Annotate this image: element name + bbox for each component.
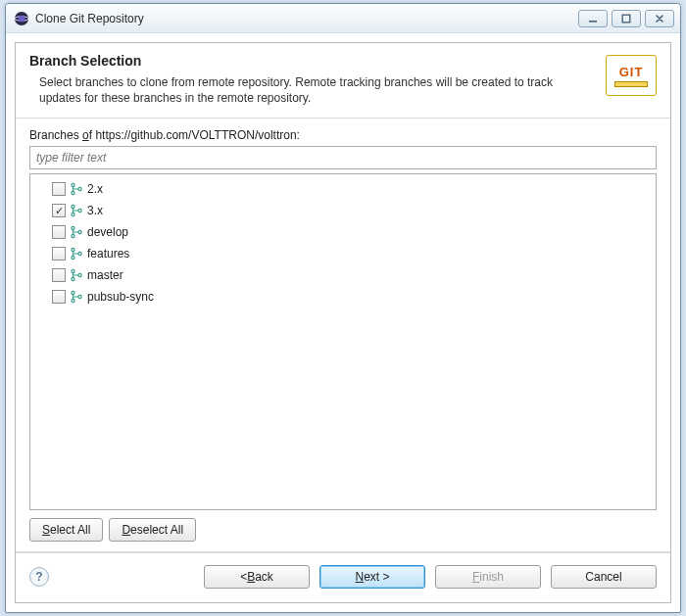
page-description: Select branches to clone from remote rep…: [29, 74, 598, 106]
dialog-content: Branch Selection Select branches to clon…: [7, 34, 679, 611]
branch-icon: [70, 225, 83, 239]
branch-label: master: [87, 268, 123, 282]
svg-point-6: [72, 192, 74, 195]
branch-checkbox[interactable]: [52, 182, 66, 196]
svg-point-13: [78, 231, 81, 234]
svg-point-17: [72, 270, 74, 273]
git-icon-bar: [614, 81, 648, 87]
help-icon[interactable]: ?: [29, 567, 49, 587]
branch-label: 2.x: [87, 182, 103, 196]
git-icon: GIT: [606, 55, 657, 96]
wizard-header-text: Branch Selection Select branches to clon…: [29, 53, 598, 106]
svg-point-9: [72, 213, 74, 216]
branch-tree[interactable]: 2.x✓3.xdevelopfeaturesmasterpubsub-sync: [29, 173, 657, 510]
next-button[interactable]: Next >: [319, 565, 425, 589]
wizard-panel: Branch Selection Select branches to clon…: [15, 42, 671, 603]
branch-icon: [70, 182, 83, 196]
svg-point-12: [72, 235, 74, 238]
branch-checkbox[interactable]: [52, 290, 66, 304]
branch-icon: [70, 268, 83, 282]
svg-point-15: [72, 257, 74, 260]
svg-rect-3: [589, 21, 597, 23]
svg-point-21: [72, 300, 74, 303]
branch-row[interactable]: develop: [34, 221, 652, 243]
branch-row[interactable]: pubsub-sync: [34, 286, 652, 308]
wizard-body: Branches of https://github.com/VOLTTRON/…: [16, 118, 670, 551]
page-title: Branch Selection: [29, 53, 598, 69]
wizard-footer: ? < Back Next > Finish Cancel: [16, 552, 670, 602]
back-button[interactable]: < Back: [204, 565, 310, 589]
maximize-button[interactable]: [612, 10, 641, 27]
svg-point-20: [72, 292, 74, 295]
branch-label: 3.x: [87, 204, 103, 217]
svg-point-22: [78, 296, 81, 299]
titlebar: Clone Git Repository: [6, 4, 680, 33]
branch-checkbox[interactable]: ✓: [52, 204, 66, 217]
select-all-button[interactable]: Select All: [29, 518, 103, 542]
svg-point-10: [78, 210, 81, 213]
branch-row[interactable]: features: [34, 243, 652, 264]
branch-row[interactable]: ✓3.x: [34, 200, 652, 221]
svg-point-11: [72, 227, 74, 230]
branch-label: develop: [87, 225, 128, 239]
branch-checkbox[interactable]: [52, 268, 66, 282]
wizard-header: Branch Selection Select branches to clon…: [16, 43, 670, 118]
finish-button: Finish: [435, 565, 541, 589]
branch-row[interactable]: master: [34, 264, 652, 286]
branch-icon: [70, 247, 83, 261]
svg-point-18: [72, 278, 74, 281]
deselect-all-button[interactable]: Deselect All: [109, 518, 196, 542]
branch-checkbox[interactable]: [52, 225, 66, 239]
close-button[interactable]: [645, 10, 674, 27]
select-buttons-row: Select All Deselect All: [29, 518, 657, 542]
cancel-button[interactable]: Cancel: [551, 565, 657, 589]
branch-icon: [70, 290, 83, 304]
branch-checkbox[interactable]: [52, 247, 66, 261]
eclipse-icon: [14, 11, 29, 26]
dialog-window: Clone Git Repository Branch Selection Se…: [5, 3, 681, 613]
branch-row[interactable]: 2.x: [34, 178, 652, 200]
window-controls: [578, 10, 674, 27]
git-icon-text: GIT: [619, 65, 644, 79]
svg-point-5: [72, 184, 74, 187]
minimize-button[interactable]: [578, 10, 608, 27]
svg-point-14: [72, 249, 74, 252]
branch-label: features: [87, 247, 129, 261]
svg-point-16: [78, 253, 81, 256]
svg-point-19: [78, 274, 81, 277]
window-title: Clone Git Repository: [35, 12, 578, 25]
svg-point-7: [78, 188, 81, 191]
branches-of-label: Branches of https://github.com/VOLTTRON/…: [29, 128, 657, 142]
svg-rect-4: [622, 15, 630, 23]
branch-label: pubsub-sync: [87, 290, 154, 304]
svg-point-8: [72, 206, 74, 209]
filter-input[interactable]: [29, 146, 657, 169]
branch-icon: [70, 204, 83, 217]
svg-point-2: [19, 15, 24, 21]
